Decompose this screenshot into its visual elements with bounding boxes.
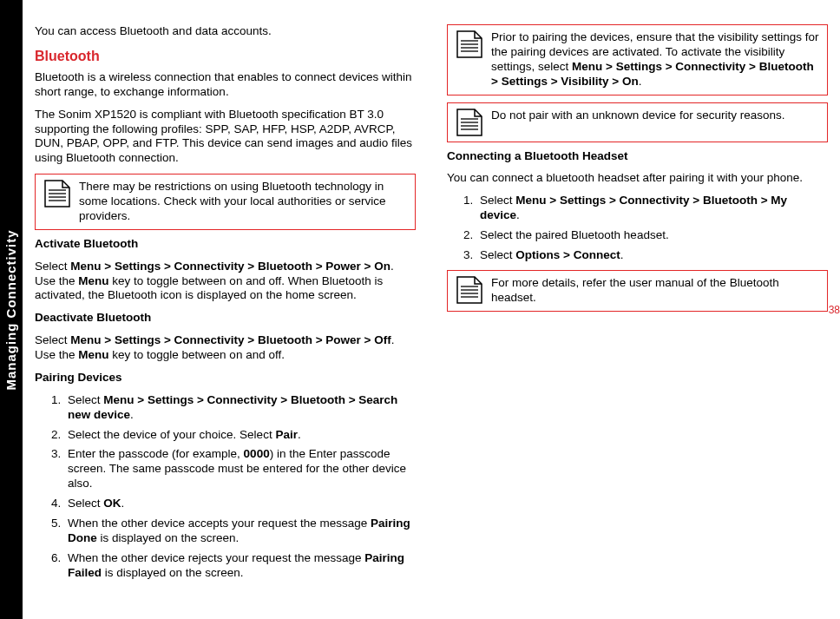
note-icon bbox=[448, 25, 491, 63]
note-icon bbox=[36, 175, 79, 213]
list-item: Select the device of your choice. Select… bbox=[64, 428, 416, 443]
pairing-list: Select Menu > Settings > Connectivity > … bbox=[35, 393, 416, 581]
list-item: When the other device accepts your reque… bbox=[64, 517, 416, 546]
note-box: For more details, refer the user manual … bbox=[447, 270, 828, 312]
list-item: Select Menu > Settings > Connectivity > … bbox=[476, 194, 828, 223]
page-content: You can access Bluetooth and data accoun… bbox=[35, 24, 828, 595]
list-item: When the other device rejects your reque… bbox=[64, 551, 416, 581]
note-text: For more details, refer the user manual … bbox=[491, 271, 827, 311]
list-item: Enter the passcode (for example, 0000) i… bbox=[64, 447, 416, 491]
side-stripe: Managing Connectivity bbox=[0, 0, 23, 619]
note-box: Do not pair with an unknown device for s… bbox=[447, 102, 828, 142]
activate-paragraph: Select Menu > Settings > Connectivity > … bbox=[35, 260, 416, 304]
heading-bluetooth: Bluetooth bbox=[35, 48, 416, 65]
note-text: There may be restrictions on using Bluet… bbox=[79, 175, 415, 229]
headset-list: Select Menu > Settings > Connectivity > … bbox=[447, 194, 828, 263]
note-text: Prior to pairing the devices, ensure tha… bbox=[491, 25, 827, 95]
headset-paragraph: You can connect a bluetooth headset afte… bbox=[447, 171, 828, 186]
list-item: Select OK. bbox=[64, 497, 416, 511]
list-item: Select the paired Bluetooth headset. bbox=[476, 228, 828, 243]
heading-headset: Connecting a Bluetooth Headset bbox=[447, 149, 828, 164]
list-item: Select Options > Connect. bbox=[476, 248, 828, 263]
deactivate-paragraph: Select Menu > Settings > Connectivity > … bbox=[35, 333, 416, 363]
side-label: Managing Connectivity bbox=[3, 229, 18, 390]
note-icon bbox=[448, 271, 491, 309]
heading-pairing: Pairing Devices bbox=[35, 371, 416, 385]
bt-intro: Bluetooth is a wireless connection that … bbox=[35, 70, 416, 100]
heading-activate: Activate Bluetooth bbox=[35, 237, 416, 252]
note-icon bbox=[448, 103, 491, 142]
intro-paragraph: You can access Bluetooth and data accoun… bbox=[35, 24, 416, 39]
list-item: Select Menu > Settings > Connectivity > … bbox=[64, 393, 416, 423]
heading-deactivate: Deactivate Bluetooth bbox=[35, 311, 416, 326]
bt-spec: The Sonim XP1520 is compliant with Bluet… bbox=[35, 108, 416, 167]
note-box: There may be restrictions on using Bluet… bbox=[35, 174, 416, 230]
note-text: Do not pair with an unknown device for s… bbox=[491, 103, 827, 128]
note-box: Prior to pairing the devices, ensure tha… bbox=[447, 24, 828, 95]
page-number: 38 bbox=[829, 304, 840, 316]
